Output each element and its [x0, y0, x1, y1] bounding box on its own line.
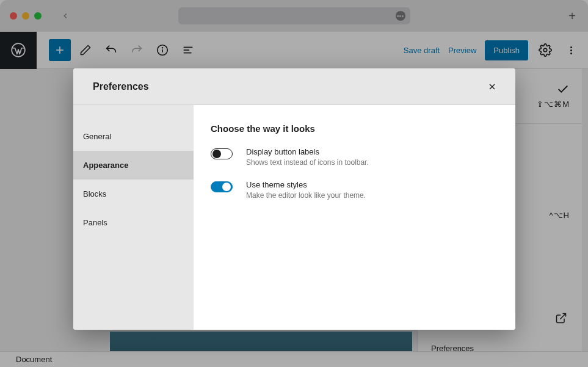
modal-title: Preferences — [93, 81, 149, 92]
pref-label: Display button labels — [246, 147, 369, 156]
modal-header: Preferences — [73, 68, 515, 105]
pref-description: Make the editor look like your theme. — [246, 191, 366, 200]
pref-use-theme-styles: Use theme styles Make the editor look li… — [211, 180, 498, 200]
close-modal-button[interactable] — [484, 78, 501, 95]
preferences-panel: Choose the way it looks Display button l… — [194, 105, 515, 330]
nav-tab-label: Appearance — [83, 161, 128, 170]
section-heading: Choose the way it looks — [211, 123, 498, 134]
nav-tab-label: Blocks — [83, 189, 106, 198]
pref-description: Shows text instead of icons in toolbar. — [246, 158, 369, 167]
nav-tab-label: General — [83, 132, 111, 141]
nav-tab-label: Panels — [83, 218, 107, 227]
preferences-nav: General Appearance Blocks Panels — [73, 105, 194, 330]
nav-tab-general[interactable]: General — [73, 122, 194, 151]
nav-tab-blocks[interactable]: Blocks — [73, 180, 194, 208]
toggle-display-button-labels[interactable] — [211, 148, 233, 159]
nav-tab-appearance[interactable]: Appearance — [73, 151, 194, 180]
preferences-modal: Preferences General Appearance Blocks Pa… — [73, 68, 515, 330]
pref-label: Use theme styles — [246, 180, 366, 189]
toggle-use-theme-styles[interactable] — [211, 181, 233, 192]
nav-tab-panels[interactable]: Panels — [73, 208, 194, 237]
pref-display-button-labels: Display button labels Shows text instead… — [211, 147, 498, 167]
